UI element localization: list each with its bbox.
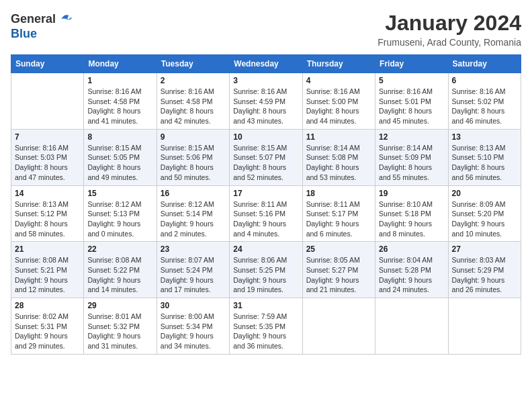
day-number: 19 <box>379 189 444 198</box>
day-number: 8 <box>87 132 152 142</box>
day-header-saturday: Saturday <box>448 55 521 73</box>
day-header-monday: Monday <box>84 55 157 73</box>
calendar-title: January 2024 <box>378 11 521 36</box>
week-row: 7Sunrise: 8:16 AMSunset: 5:03 PMDaylight… <box>11 129 521 185</box>
calendar-cell: 31Sunrise: 7:59 AMSunset: 5:35 PMDayligh… <box>230 298 302 355</box>
day-info: Sunrise: 8:01 AMSunset: 5:32 PMDaylight:… <box>87 312 152 351</box>
calendar-cell: 17Sunrise: 8:11 AMSunset: 5:16 PMDayligh… <box>230 185 302 242</box>
day-header-thursday: Thursday <box>302 55 375 73</box>
day-number: 17 <box>233 189 298 198</box>
day-number: 25 <box>306 244 371 254</box>
day-info: Sunrise: 8:15 AMSunset: 5:07 PMDaylight:… <box>233 143 298 183</box>
day-number: 22 <box>87 244 152 254</box>
day-info: Sunrise: 8:15 AMSunset: 5:06 PMDaylight:… <box>161 143 226 183</box>
day-info: Sunrise: 8:12 AMSunset: 5:14 PMDaylight:… <box>161 199 226 239</box>
day-number: 20 <box>452 189 517 198</box>
day-info: Sunrise: 8:04 AMSunset: 5:28 PMDaylight:… <box>379 255 444 295</box>
day-info: Sunrise: 8:12 AMSunset: 5:13 PMDaylight:… <box>87 199 152 239</box>
calendar-cell <box>375 298 448 355</box>
day-info: Sunrise: 8:08 AMSunset: 5:21 PMDaylight:… <box>15 255 80 295</box>
week-row: 14Sunrise: 8:13 AMSunset: 5:12 PMDayligh… <box>11 185 521 242</box>
calendar-cell <box>11 73 84 130</box>
calendar-cell: 21Sunrise: 8:08 AMSunset: 5:21 PMDayligh… <box>11 242 84 298</box>
day-info: Sunrise: 8:07 AMSunset: 5:24 PMDaylight:… <box>161 255 226 295</box>
day-number: 26 <box>379 244 444 254</box>
day-info: Sunrise: 8:16 AMSunset: 5:03 PMDaylight:… <box>15 143 80 183</box>
logo-bird-icon <box>57 11 73 27</box>
calendar-cell: 7Sunrise: 8:16 AMSunset: 5:03 PMDaylight… <box>11 129 84 185</box>
week-row: 28Sunrise: 8:02 AMSunset: 5:31 PMDayligh… <box>11 298 521 355</box>
logo-general: General <box>11 12 56 26</box>
calendar-cell: 3Sunrise: 8:16 AMSunset: 4:59 PMDaylight… <box>230 73 302 130</box>
day-info: Sunrise: 8:08 AMSunset: 5:22 PMDaylight:… <box>87 255 152 295</box>
day-number: 5 <box>379 76 444 85</box>
calendar-cell <box>302 298 375 355</box>
day-number: 18 <box>306 189 371 198</box>
title-area: January 2024 Frumuseni, Arad County, Rom… <box>378 11 521 48</box>
header: General Blue January 2024 Frumuseni, Ara… <box>11 11 521 48</box>
calendar-cell: 1Sunrise: 8:16 AMSunset: 4:58 PMDaylight… <box>84 73 157 130</box>
day-number: 6 <box>452 76 517 85</box>
calendar-cell: 5Sunrise: 8:16 AMSunset: 5:01 PMDaylight… <box>375 73 448 130</box>
calendar-cell: 10Sunrise: 8:15 AMSunset: 5:07 PMDayligh… <box>230 129 302 185</box>
day-info: Sunrise: 8:16 AMSunset: 5:02 PMDaylight:… <box>452 87 517 126</box>
day-number: 15 <box>87 189 152 198</box>
day-info: Sunrise: 8:00 AMSunset: 5:34 PMDaylight:… <box>161 312 226 351</box>
calendar-cell: 4Sunrise: 8:16 AMSunset: 5:00 PMDaylight… <box>302 73 375 130</box>
day-number: 7 <box>15 132 80 142</box>
day-number: 16 <box>161 189 226 198</box>
calendar-cell: 27Sunrise: 8:03 AMSunset: 5:29 PMDayligh… <box>448 242 521 298</box>
calendar-cell: 30Sunrise: 8:00 AMSunset: 5:34 PMDayligh… <box>157 298 229 355</box>
day-header-sunday: Sunday <box>11 55 84 73</box>
calendar-cell: 29Sunrise: 8:01 AMSunset: 5:32 PMDayligh… <box>84 298 157 355</box>
day-info: Sunrise: 8:14 AMSunset: 5:09 PMDaylight:… <box>379 143 444 183</box>
calendar-cell: 25Sunrise: 8:05 AMSunset: 5:27 PMDayligh… <box>302 242 375 298</box>
day-info: Sunrise: 8:06 AMSunset: 5:25 PMDaylight:… <box>233 255 298 295</box>
calendar-cell: 6Sunrise: 8:16 AMSunset: 5:02 PMDaylight… <box>448 73 521 130</box>
day-info: Sunrise: 7:59 AMSunset: 5:35 PMDaylight:… <box>233 312 298 351</box>
calendar-cell: 28Sunrise: 8:02 AMSunset: 5:31 PMDayligh… <box>11 298 84 355</box>
day-number: 3 <box>233 76 298 85</box>
calendar-cell: 16Sunrise: 8:12 AMSunset: 5:14 PMDayligh… <box>157 185 229 242</box>
day-info: Sunrise: 8:13 AMSunset: 5:10 PMDaylight:… <box>452 143 517 183</box>
day-info: Sunrise: 8:03 AMSunset: 5:29 PMDaylight:… <box>452 255 517 295</box>
calendar-cell: 2Sunrise: 8:16 AMSunset: 4:58 PMDaylight… <box>157 73 229 130</box>
header-row: SundayMondayTuesdayWednesdayThursdayFrid… <box>11 55 521 73</box>
day-number: 10 <box>233 132 298 142</box>
day-info: Sunrise: 8:05 AMSunset: 5:27 PMDaylight:… <box>306 255 371 295</box>
day-number: 24 <box>233 244 298 254</box>
calendar-cell: 23Sunrise: 8:07 AMSunset: 5:24 PMDayligh… <box>157 242 229 298</box>
day-info: Sunrise: 8:16 AMSunset: 4:58 PMDaylight:… <box>161 87 226 126</box>
day-number: 23 <box>161 244 226 254</box>
calendar-cell <box>448 298 521 355</box>
day-info: Sunrise: 8:15 AMSunset: 5:05 PMDaylight:… <box>87 143 152 183</box>
day-number: 9 <box>161 132 226 142</box>
logo: General Blue <box>11 11 73 41</box>
calendar-cell: 11Sunrise: 8:14 AMSunset: 5:08 PMDayligh… <box>302 129 375 185</box>
day-info: Sunrise: 8:14 AMSunset: 5:08 PMDaylight:… <box>306 143 371 183</box>
calendar-cell: 22Sunrise: 8:08 AMSunset: 5:22 PMDayligh… <box>84 242 157 298</box>
day-info: Sunrise: 8:16 AMSunset: 4:58 PMDaylight:… <box>87 87 152 126</box>
day-info: Sunrise: 8:02 AMSunset: 5:31 PMDaylight:… <box>15 312 80 351</box>
day-number: 12 <box>379 132 444 142</box>
day-number: 13 <box>452 132 517 142</box>
calendar-cell: 15Sunrise: 8:12 AMSunset: 5:13 PMDayligh… <box>84 185 157 242</box>
calendar-cell: 20Sunrise: 8:09 AMSunset: 5:20 PMDayligh… <box>448 185 521 242</box>
week-row: 21Sunrise: 8:08 AMSunset: 5:21 PMDayligh… <box>11 242 521 298</box>
day-number: 29 <box>87 301 152 310</box>
day-info: Sunrise: 8:10 AMSunset: 5:18 PMDaylight:… <box>379 199 444 239</box>
day-info: Sunrise: 8:16 AMSunset: 5:01 PMDaylight:… <box>379 87 444 126</box>
calendar-cell: 9Sunrise: 8:15 AMSunset: 5:06 PMDaylight… <box>157 129 229 185</box>
calendar-cell: 26Sunrise: 8:04 AMSunset: 5:28 PMDayligh… <box>375 242 448 298</box>
logo-blue: Blue <box>11 27 37 41</box>
week-row: 1Sunrise: 8:16 AMSunset: 4:58 PMDaylight… <box>11 73 521 130</box>
calendar-cell: 12Sunrise: 8:14 AMSunset: 5:09 PMDayligh… <box>375 129 448 185</box>
calendar-cell: 14Sunrise: 8:13 AMSunset: 5:12 PMDayligh… <box>11 185 84 242</box>
day-number: 14 <box>15 189 80 198</box>
calendar-table: SundayMondayTuesdayWednesdayThursdayFrid… <box>11 54 521 355</box>
day-number: 28 <box>15 301 80 310</box>
calendar-cell: 8Sunrise: 8:15 AMSunset: 5:05 PMDaylight… <box>84 129 157 185</box>
day-info: Sunrise: 8:16 AMSunset: 5:00 PMDaylight:… <box>306 87 371 126</box>
day-number: 27 <box>452 244 517 254</box>
day-header-wednesday: Wednesday <box>230 55 302 73</box>
